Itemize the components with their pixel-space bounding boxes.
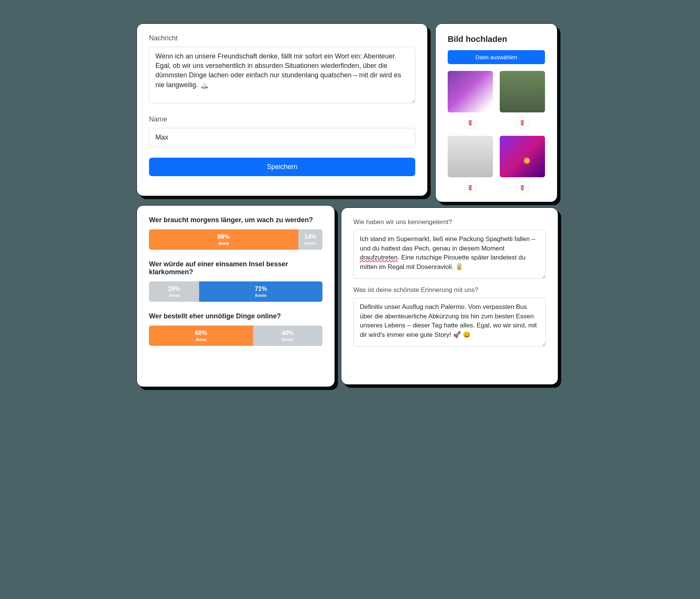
- thumbnail-image[interactable]: [500, 136, 545, 177]
- save-button[interactable]: Speichern: [149, 158, 415, 176]
- thumbnail-item: [448, 71, 493, 129]
- qa2-text: Definitiv unser Ausflug nach Palermo. Vo…: [360, 303, 537, 338]
- qa2-textarea[interactable]: Definitiv unser Ausflug nach Palermo. Vo…: [353, 298, 546, 347]
- trash-icon: [519, 120, 525, 126]
- poll-pct: 14%: [304, 233, 316, 240]
- thumbnail-item: [500, 71, 545, 129]
- poll-question: Wer würde auf einer einsamen Insel besse…: [149, 260, 322, 276]
- poll-segment-b[interactable]: 71%Kevin: [199, 281, 322, 302]
- thumbnail-grid: [448, 71, 545, 194]
- qa1-textarea[interactable]: Ich stand im Supermarkt, ließ eine Packu…: [353, 230, 546, 279]
- delete-image-button[interactable]: [516, 181, 529, 194]
- poll-bar: 29%Anna71%Kevin: [149, 281, 322, 302]
- message-label: Nachricht: [149, 34, 415, 42]
- poll-segment-b[interactable]: 14%Kevin: [298, 229, 322, 250]
- upload-title: Bild hochladen: [448, 34, 545, 44]
- poll-pct: 60%: [195, 330, 207, 336]
- choose-file-button[interactable]: Datei auswählen: [448, 50, 545, 64]
- thumbnail-item: [448, 136, 493, 194]
- upload-card: Bild hochladen Datei auswählen: [435, 23, 557, 202]
- delete-image-button[interactable]: [516, 116, 529, 129]
- poll-segment-a[interactable]: 60%Anna: [149, 326, 253, 346]
- poll-segment-b[interactable]: 40%Kevin: [253, 326, 322, 346]
- trash-icon: [519, 184, 525, 190]
- poll-pct: 86%: [218, 233, 230, 240]
- poll-name: Kevin: [282, 337, 293, 342]
- poll-segment-a[interactable]: 29%Anna: [149, 281, 199, 302]
- thumbnail-image[interactable]: [448, 136, 493, 177]
- poll-name: Anna: [169, 293, 180, 298]
- qa1-text: Ich stand im Supermarkt, ließ eine Packu…: [360, 235, 535, 252]
- qa1-spellerror: draufzutreten: [360, 254, 398, 261]
- trash-icon: [467, 184, 473, 190]
- thumbnail-image[interactable]: [500, 71, 545, 112]
- qa1-label: Wie haben wir uns kennengelernt?: [353, 218, 546, 226]
- poll-name: Anna: [196, 337, 206, 342]
- poll-bar: 86%Anna14%Kevin: [149, 229, 322, 250]
- qa2-label: Was ist deine schönste Erinnerung mit un…: [353, 286, 546, 294]
- delete-image-button[interactable]: [464, 181, 477, 194]
- poll-name: Kevin: [255, 293, 267, 298]
- name-label: Name: [149, 115, 415, 123]
- poll-pct: 71%: [255, 286, 267, 292]
- poll-bar: 60%Anna40%Kevin: [149, 326, 322, 346]
- poll-pct: 29%: [168, 286, 180, 292]
- name-input[interactable]: [149, 128, 415, 147]
- delete-image-button[interactable]: [464, 116, 477, 129]
- poll-question: Wer bestellt eher unnötige Dinge online?: [149, 312, 322, 320]
- message-card: Nachricht Wenn ich an unsere Freundschaf…: [137, 23, 428, 196]
- thumbnail-image[interactable]: [448, 71, 493, 112]
- poll-name: Anna: [218, 241, 229, 246]
- poll-segment-a[interactable]: 86%Anna: [149, 229, 298, 250]
- message-textarea[interactable]: Wenn ich an unsere Freundschaft denke, f…: [149, 47, 415, 103]
- thumbnail-item: [500, 136, 545, 194]
- poll-card: Wer braucht morgens länger, um wach zu w…: [137, 205, 335, 387]
- qa-card: Wie haben wir uns kennengelernt? Ich sta…: [341, 207, 558, 385]
- poll-name: Kevin: [305, 241, 316, 246]
- poll-pct: 40%: [282, 330, 294, 336]
- poll-question: Wer braucht morgens länger, um wach zu w…: [149, 216, 322, 224]
- trash-icon: [467, 120, 473, 126]
